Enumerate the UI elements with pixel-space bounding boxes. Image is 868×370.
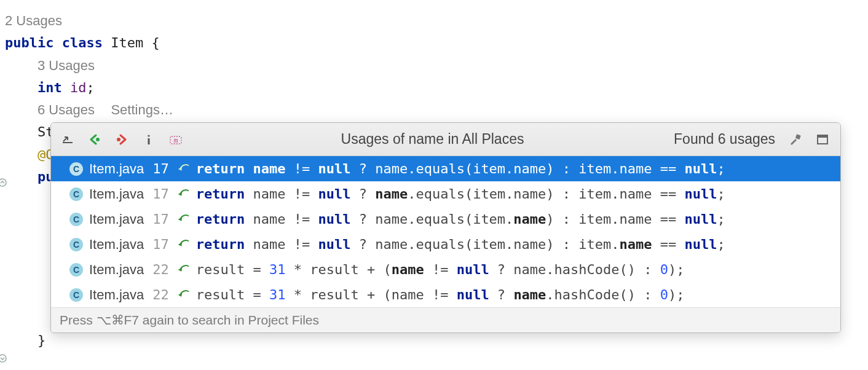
read-access-icon bbox=[176, 264, 190, 275]
usage-row[interactable]: CItem.java22 result = 31 * result + (nam… bbox=[51, 257, 840, 282]
usage-row[interactable]: CItem.java22 result = 31 * result + (nam… bbox=[51, 282, 840, 307]
svg-rect-11 bbox=[818, 135, 827, 138]
method-filter-button[interactable]: m bbox=[164, 128, 187, 151]
keyword-public: public bbox=[5, 35, 53, 50]
brace-open: { bbox=[151, 35, 159, 50]
file-name: Item.java bbox=[89, 186, 144, 202]
keyword-class: class bbox=[62, 35, 103, 50]
usage-row[interactable]: CItem.java17 return name != null ? name.… bbox=[51, 181, 840, 207]
read-access-icon bbox=[176, 239, 190, 250]
class-file-icon: C bbox=[69, 263, 83, 277]
svg-text:m: m bbox=[174, 136, 178, 144]
usage-row[interactable]: CItem.java17 return name != null ? name.… bbox=[51, 232, 840, 257]
prev-occurrence-button[interactable] bbox=[83, 128, 106, 151]
svg-rect-6 bbox=[148, 138, 150, 144]
semicolon: ; bbox=[86, 80, 94, 95]
override-gutter-icon[interactable] bbox=[0, 177, 7, 188]
class-name: Item bbox=[111, 35, 143, 50]
open-in-find-window-button[interactable] bbox=[56, 128, 79, 151]
line-number: 22 bbox=[152, 262, 169, 277]
file-name: Item.java bbox=[89, 237, 144, 253]
usage-code: return name != null ? name.equals(item.n… bbox=[196, 186, 725, 202]
line-number: 17 bbox=[152, 186, 169, 202]
inlay-settings-link[interactable]: Settings… bbox=[111, 102, 173, 117]
svg-rect-2 bbox=[63, 142, 73, 143]
line-number: 22 bbox=[152, 287, 169, 302]
inlay-hint-usages[interactable]: 2 Usages bbox=[5, 10, 868, 32]
popup-title: Usages of name in All Places bbox=[191, 131, 674, 148]
file-name: Item.java bbox=[89, 161, 144, 177]
line-number: 17 bbox=[152, 161, 169, 176]
class-file-icon: C bbox=[69, 187, 83, 201]
class-file-icon: C bbox=[69, 238, 83, 251]
code-line[interactable]: public class Item { bbox=[5, 32, 868, 54]
usage-row[interactable]: CItem.java17 return name != null ? name.… bbox=[51, 156, 840, 181]
code-line[interactable]: 3 Usages bbox=[5, 55, 868, 77]
quick-doc-button[interactable] bbox=[137, 128, 160, 151]
open-window-button[interactable] bbox=[811, 128, 834, 151]
inlay-hint-usages[interactable]: 6 Usages bbox=[37, 102, 95, 117]
svg-rect-9 bbox=[795, 134, 801, 140]
class-file-icon: C bbox=[69, 213, 83, 226]
next-occurrence-button[interactable] bbox=[110, 128, 133, 151]
popup-toolbar: m Usages of name in All Places Found 6 u… bbox=[51, 123, 840, 156]
settings-button[interactable] bbox=[784, 128, 807, 151]
code-line[interactable]: 6 Usages Settings… bbox=[5, 99, 868, 121]
class-file-icon: C bbox=[69, 288, 83, 302]
field-id: id bbox=[70, 80, 87, 95]
usage-code: return name != null ? name.equals(item.n… bbox=[196, 161, 725, 176]
usages-count: Found 6 usages bbox=[674, 131, 775, 148]
usage-code: result = 31 * result + (name != null ? n… bbox=[196, 287, 685, 302]
usage-code: result = 31 * result + (name != null ? n… bbox=[196, 262, 685, 277]
read-access-icon bbox=[176, 289, 190, 301]
usages-popup: m Usages of name in All Places Found 6 u… bbox=[50, 122, 841, 333]
usage-code: return name != null ? name.equals(item.n… bbox=[196, 237, 725, 252]
svg-point-3 bbox=[96, 138, 100, 141]
svg-point-4 bbox=[117, 138, 120, 141]
read-access-icon bbox=[176, 163, 190, 175]
usage-row[interactable]: CItem.java17 return name != null ? name.… bbox=[51, 207, 840, 232]
implements-gutter-icon[interactable] bbox=[0, 353, 7, 364]
line-number: 17 bbox=[152, 211, 169, 227]
class-file-icon: C bbox=[69, 162, 83, 176]
brace-close: } bbox=[37, 333, 45, 348]
keyword-int: int bbox=[37, 80, 62, 95]
inlay-hint-usages[interactable]: 3 Usages bbox=[37, 58, 95, 73]
read-access-icon bbox=[176, 189, 190, 200]
line-number: 17 bbox=[152, 237, 169, 252]
file-name: Item.java bbox=[89, 262, 144, 278]
usage-list: CItem.java17 return name != null ? name.… bbox=[51, 156, 840, 307]
usage-code: return name != null ? name.equals(item.n… bbox=[196, 211, 725, 227]
popup-footer-hint: Press ⌥⌘F7 again to search in Project Fi… bbox=[51, 307, 840, 333]
svg-point-5 bbox=[148, 135, 149, 136]
file-name: Item.java bbox=[89, 287, 144, 303]
read-access-icon bbox=[176, 214, 190, 225]
file-name: Item.java bbox=[89, 211, 144, 227]
code-line[interactable]: int id; bbox=[5, 77, 868, 99]
